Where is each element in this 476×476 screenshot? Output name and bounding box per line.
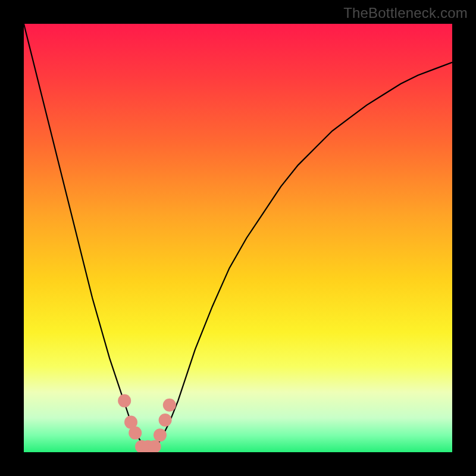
marker-dot — [154, 428, 167, 441]
marker-dot — [129, 427, 142, 440]
marker-dot — [163, 399, 176, 412]
marker-dot — [159, 414, 172, 427]
bottleneck-chart — [24, 24, 452, 452]
plot-area — [24, 24, 452, 452]
attribution-label: TheBottleneck.com — [343, 5, 468, 21]
marker-dot — [118, 394, 131, 408]
chart-frame: TheBottleneck.com — [0, 0, 476, 476]
gradient-background — [24, 24, 452, 452]
